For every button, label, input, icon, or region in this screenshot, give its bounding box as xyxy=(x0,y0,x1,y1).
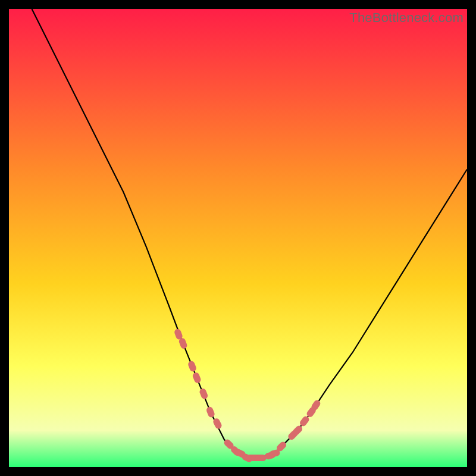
gradient-background xyxy=(9,9,467,467)
plot-area xyxy=(9,9,467,467)
curve-marker xyxy=(256,455,267,461)
watermark-text: TheBottleneck.com xyxy=(349,10,464,26)
chart-svg xyxy=(9,9,467,467)
chart-frame: TheBottleneck.com xyxy=(9,9,467,467)
